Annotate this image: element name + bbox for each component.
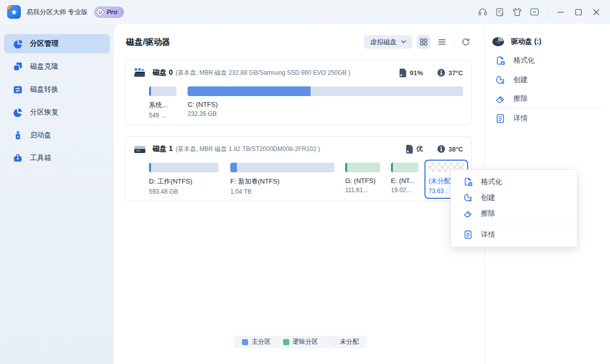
disk-card-0: 磁盘 0 (基本盘, MBR 磁盘 232.88 GB/Samsung SSD … [125, 60, 472, 125]
toolbox-icon [13, 153, 23, 163]
menu-button[interactable] [526, 0, 543, 24]
sidebar-item-label: 分区管理 [30, 39, 58, 48]
context-menu-item-erase[interactable]: 擦除 [451, 205, 577, 221]
minimize-icon [556, 8, 565, 17]
boot-disk-icon [13, 130, 23, 140]
toolbar-separator [454, 38, 454, 47]
minimize-button[interactable] [552, 0, 569, 24]
maximize-icon [574, 8, 583, 17]
format-icon [463, 177, 473, 187]
erase-icon [495, 94, 505, 104]
format-icon [495, 55, 505, 66]
feedback-button[interactable] [491, 0, 508, 24]
context-menu-item-details[interactable]: 详情 [451, 227, 577, 242]
grid-view-button[interactable] [417, 35, 431, 49]
disk0-header: 磁盘 0 (基本盘, MBR 磁盘 232.88 GB/Samsung SSD … [134, 67, 463, 78]
maximize-button[interactable] [569, 0, 587, 24]
partition-c[interactable]: C: (NTFS) 232.35 GB [188, 86, 465, 117]
partition-legend: 主分区 逻辑分区 未分配 [234, 336, 367, 348]
disk1-name: 磁盘 1 [152, 144, 173, 154]
action-item-format[interactable]: 格式化 [495, 55, 535, 66]
disk0-name: 磁盘 0 [152, 68, 173, 77]
partition-g[interactable]: G: (NTFS) 111.61... [345, 163, 382, 194]
close-icon [592, 8, 601, 17]
drive-label: 驱动盘 (:) [511, 37, 541, 46]
erase-icon [463, 208, 473, 218]
theme-button[interactable] [508, 0, 526, 24]
close-button[interactable] [587, 0, 605, 24]
app-title: 易我分区大师 专业版 [26, 8, 88, 17]
disk1-health: 优 [406, 144, 423, 154]
action-panel-divider [491, 108, 602, 109]
pro-badge[interactable]: U Pro [94, 7, 125, 18]
partition-recovery-icon [13, 107, 23, 117]
temperature-icon [437, 69, 445, 77]
action-item-details[interactable]: 详情 [495, 113, 528, 124]
pro-u-icon: U [95, 7, 105, 17]
temperature-icon [437, 145, 445, 153]
pro-badge-label: Pro [107, 8, 118, 16]
drive-icon [492, 37, 505, 47]
refresh-button[interactable] [459, 35, 473, 49]
partition-f[interactable]: F: 新加卷(NTFS) 1.04 TB [230, 163, 336, 195]
unallocated-swatch-icon [330, 339, 337, 345]
disk1-header: 磁盘 1 (基本盘, MBR 磁盘 1.82 TB/ST2000DM008-2F… [134, 143, 463, 155]
disk0-health: 91% [399, 69, 423, 77]
menu-dropdown-icon [529, 7, 540, 17]
main-content: 磁盘/驱动器 虚拟磁盘 [114, 24, 610, 364]
context-menu-item-format[interactable]: 格式化 [451, 174, 577, 190]
virtual-disk-dropdown[interactable]: 虚拟磁盘 [364, 35, 412, 49]
disk-clone-icon [13, 62, 23, 72]
sidebar-item-label: 工具箱 [30, 154, 51, 163]
sidebar-item-partition-recovery[interactable]: 分区恢复 [4, 103, 110, 122]
tshirt-icon [512, 7, 523, 17]
disk1-info: (基本盘, MBR 磁盘 1.82 TB/ST2000DM008-2FR102 … [176, 145, 320, 154]
action-item-create[interactable]: 创建 [495, 75, 528, 85]
details-icon [463, 230, 473, 239]
sidebar: 分区管理 磁盘克隆 磁盘转换 分区恢复 [0, 24, 114, 364]
feedback-icon [495, 7, 505, 17]
action-item-erase[interactable]: 擦除 [495, 94, 528, 104]
partition-bar [230, 163, 334, 172]
list-view-icon [438, 38, 446, 46]
sidebar-item-toolbox[interactable]: 工具箱 [4, 148, 110, 168]
partition-d[interactable]: D: 工作(NTFS) 593.48 GB [149, 163, 221, 195]
partition-system[interactable]: 系统... 549 ... [149, 86, 178, 119]
partition-e[interactable]: E: (NT... 19.02... [391, 163, 420, 194]
create-icon [463, 193, 473, 202]
headset-icon [477, 7, 488, 17]
disk-health-icon [406, 145, 413, 154]
legend-primary: 主分区 [242, 338, 271, 346]
app-window: ★ 易我分区大师 专业版 U Pro [0, 0, 610, 364]
list-view-button[interactable] [435, 35, 449, 49]
support-button[interactable] [474, 0, 491, 24]
context-menu: 格式化 创建 擦除 详情 [450, 169, 577, 247]
disk-convert-icon [13, 84, 23, 95]
refresh-icon [462, 38, 470, 46]
context-menu-divider [451, 224, 577, 224]
create-icon [495, 75, 505, 85]
titlebar-actions [474, 0, 605, 24]
context-menu-item-create[interactable]: 创建 [451, 190, 577, 205]
disk-card-1: 磁盘 1 (基本盘, MBR 磁盘 1.82 TB/ST2000DM008-2F… [125, 136, 472, 201]
details-icon [495, 113, 505, 124]
sidebar-item-label: 启动盘 [30, 131, 51, 140]
disk-health-icon [399, 69, 407, 77]
sidebar-item-label: 分区恢复 [30, 108, 58, 117]
titlebar-separator [547, 7, 547, 17]
partition-bar [391, 163, 418, 172]
partition-manager-icon [13, 39, 23, 49]
disk1-temperature: 38°C [437, 145, 463, 153]
sidebar-item-boot-disk[interactable]: 启动盘 [4, 126, 110, 145]
sidebar-item-partition-manager[interactable]: 分区管理 [4, 34, 110, 53]
sidebar-item-disk-convert[interactable]: 磁盘转换 [4, 80, 110, 99]
drive-header: 驱动盘 (:) [492, 37, 541, 47]
sidebar-item-disk-clone[interactable]: 磁盘克隆 [4, 57, 110, 76]
sidebar-item-label: 磁盘克隆 [30, 62, 58, 71]
grid-view-icon [419, 38, 428, 46]
hdd-icon [134, 144, 146, 154]
legend-unallocated: 未分配 [330, 338, 359, 346]
chevron-down-icon [401, 40, 406, 44]
sidebar-item-label: 磁盘转换 [30, 85, 58, 94]
virtual-disk-label: 虚拟磁盘 [370, 38, 396, 47]
